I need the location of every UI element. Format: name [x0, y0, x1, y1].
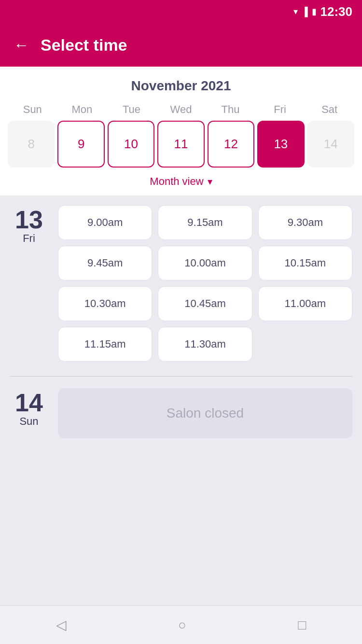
day-header-mon: Mon: [57, 103, 107, 116]
day-name-14: Sun: [19, 415, 38, 428]
month-view-label: Month view: [150, 175, 203, 188]
day-header-sun: Sun: [8, 103, 57, 116]
recent-nav-icon[interactable]: □: [298, 617, 306, 633]
day-block-13: 13Fri9.00am9.15am9.30am9.45am10.00am10.1…: [10, 205, 352, 362]
day-label-13: 13Fri: [10, 205, 48, 362]
cal-day-11[interactable]: 11: [157, 121, 204, 168]
time-slot-1000am[interactable]: 10.00am: [158, 246, 252, 280]
nav-bar: ◁ ○ □: [0, 605, 362, 644]
time-slot-1015am[interactable]: 10.15am: [258, 246, 352, 280]
day-name-13: Fri: [23, 232, 35, 245]
status-bar: ▾ ▐ ▮ 12:30: [0, 0, 362, 23]
time-slot-945am[interactable]: 9.45am: [58, 246, 152, 280]
header: ← Select time: [0, 23, 362, 67]
calendar-section: November 2021 Sun Mon Tue Wed Thu Fri Sa…: [0, 67, 362, 196]
day-block-14: 14SunSalon closed: [10, 388, 352, 438]
day-header-tue: Tue: [107, 103, 156, 116]
cal-day-8: 8: [8, 121, 55, 168]
cal-day-10[interactable]: 10: [108, 121, 154, 168]
cal-day-14: 14: [307, 121, 354, 168]
time-slot-900am[interactable]: 9.00am: [58, 205, 152, 240]
divider: [10, 376, 352, 377]
day-number-14: 14: [15, 390, 43, 415]
battery-icon: ▮: [312, 6, 317, 17]
home-nav-icon[interactable]: ○: [178, 617, 186, 633]
status-time: 12:30: [320, 4, 353, 19]
day-headers: Sun Mon Tue Wed Thu Fri Sat: [8, 103, 354, 116]
back-nav-icon[interactable]: ◁: [56, 617, 67, 633]
time-slot-1100am[interactable]: 11.00am: [258, 286, 352, 321]
status-icons: ▾ ▐ ▮ 12:30: [293, 4, 352, 19]
salon-closed-label: Salon closed: [58, 388, 352, 438]
day-header-sat: Sat: [305, 103, 354, 116]
cal-day-9[interactable]: 9: [57, 121, 104, 168]
signal-icon: ▐: [302, 7, 308, 17]
page-title: Select time: [41, 36, 127, 55]
day-header-wed: Wed: [156, 103, 206, 116]
chevron-down-icon: ▾: [208, 176, 212, 187]
cal-day-13[interactable]: 13: [257, 121, 304, 168]
cal-day-12[interactable]: 12: [208, 121, 254, 168]
time-slot-915am[interactable]: 9.15am: [158, 205, 252, 240]
month-view-toggle[interactable]: Month view ▾: [8, 175, 354, 188]
time-slot-1115am[interactable]: 11.15am: [58, 327, 152, 362]
calendar-row: 891011121314: [8, 121, 354, 168]
wifi-icon: ▾: [293, 6, 298, 17]
time-grid-13: 9.00am9.15am9.30am9.45am10.00am10.15am10…: [58, 205, 352, 362]
day-label-14: 14Sun: [10, 388, 48, 438]
time-slot-1030am[interactable]: 10.30am: [58, 286, 152, 321]
day-header-fri: Fri: [255, 103, 305, 116]
month-label: November 2021: [8, 78, 354, 94]
day-header-thu: Thu: [206, 103, 255, 116]
time-slot-1045am[interactable]: 10.45am: [158, 286, 252, 321]
back-button[interactable]: ←: [14, 37, 29, 53]
day-number-13: 13: [15, 207, 43, 232]
time-slot-930am[interactable]: 9.30am: [258, 205, 352, 240]
time-slot-1130am[interactable]: 11.30am: [158, 327, 252, 362]
time-section: 13Fri9.00am9.15am9.30am9.45am10.00am10.1…: [0, 196, 362, 605]
